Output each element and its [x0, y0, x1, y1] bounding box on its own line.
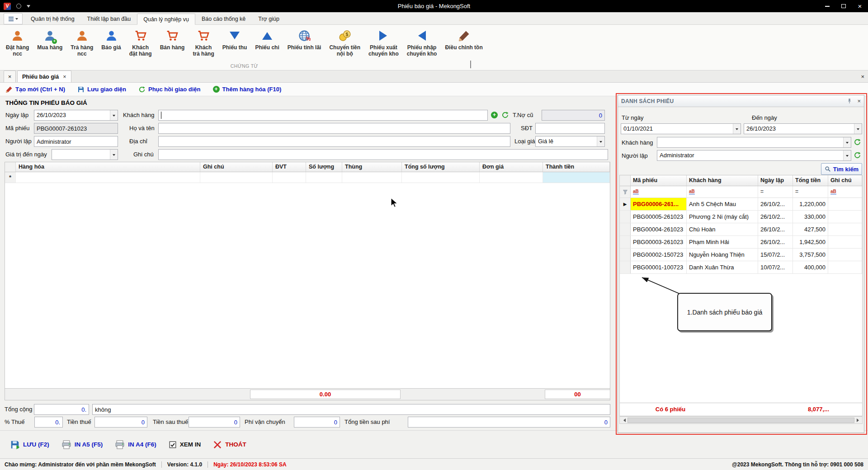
cell-khach-hang[interactable]: Phương 2 Ni (máy cắt) [687, 211, 758, 223]
dropdown-button[interactable] [597, 136, 604, 146]
focused-cell[interactable] [543, 172, 610, 183]
quick-access-dropdown-icon[interactable] [27, 5, 30, 9]
tim-kiem-button[interactable]: Tìm kiếm [821, 163, 862, 175]
add-item-button[interactable]: + Thêm hàng hóa (F10) [213, 86, 282, 93]
ghi-chu-input[interactable] [158, 149, 608, 160]
column-header-dvt[interactable]: ĐVT [273, 162, 306, 172]
filter-cell-ngay-lap[interactable]: = [758, 186, 793, 197]
ribbon-button-phieu-chi[interactable]: Phiếu chi [251, 26, 283, 63]
column-header-khach-hang[interactable]: Khách hàng [687, 175, 758, 186]
column-header-thanh-tien[interactable]: Thành tiền [543, 162, 610, 172]
new-row-cell[interactable] [273, 172, 306, 183]
cell-ma-phieu[interactable]: PBG00005-261023 [631, 211, 687, 223]
ribbon-button-khach-dat-hang[interactable]: Khách đặt hàng [125, 26, 156, 63]
tong-tien-sau-phi-input[interactable] [408, 417, 610, 428]
cell-ma-phieu[interactable]: PBG00002-150723 [631, 249, 687, 261]
phi-van-chuyen-input[interactable] [294, 417, 340, 428]
grid-empty-area[interactable] [5, 183, 610, 388]
ribbon-button-phieu-xuat-chuyen-kho[interactable]: Phiếu xuất chuyển kho [364, 26, 403, 63]
dropdown-button[interactable] [854, 124, 862, 134]
table-row[interactable]: PBG00002-150723 Nguyễn Hoàng Thiện 15/07… [620, 249, 862, 261]
cell-tong-tien[interactable]: 400,000 [793, 261, 828, 273]
cell-ghi-chu[interactable] [828, 236, 862, 248]
cell-tong-tien[interactable]: 1,942,500 [793, 236, 828, 248]
table-row[interactable]: PBG00003-261023 Phạm Minh Hải 26/10/2...… [620, 236, 862, 249]
refresh-customer-button[interactable] [501, 111, 509, 120]
tab-close-icon[interactable]: × [63, 74, 66, 80]
panel-close-icon[interactable]: × [857, 98, 861, 104]
ngay-lap-combo[interactable]: 26/10/2023 [34, 110, 118, 121]
cell-ngay-lap[interactable]: 26/10/2... [758, 211, 793, 223]
ribbon-button-mua-hang[interactable]: + Mua hàng [33, 26, 66, 63]
tien-sau-thue-input[interactable] [189, 417, 240, 428]
save-layout-button[interactable]: Lưu giao diện [77, 86, 126, 93]
ho-va-ten-input[interactable] [158, 123, 510, 134]
column-header-ghi-chu[interactable]: Ghi chú [200, 162, 273, 172]
cell-khach-hang[interactable]: Nguyễn Hoàng Thiện [687, 249, 758, 261]
cell-ghi-chu[interactable] [828, 211, 862, 223]
cell-ghi-chu[interactable] [828, 249, 862, 261]
dropdown-button[interactable] [843, 150, 851, 160]
column-header-don-gia[interactable]: Đơn giá [480, 162, 543, 172]
cell-ma-phieu[interactable]: PBG00004-261023 [631, 223, 687, 235]
filter-cell-tong-tien[interactable]: = [793, 186, 828, 197]
cell-ma-phieu[interactable]: PBG00003-261023 [631, 236, 687, 248]
gia-tri-den-ngay-combo[interactable] [52, 149, 118, 160]
den-ngay-combo[interactable]: 26/10/2023 [744, 123, 862, 134]
in-a4-button[interactable]: IN A4 (F6) [115, 440, 156, 450]
cell-khach-hang[interactable]: Danh Xuân Thừa [687, 261, 758, 273]
quick-access-circle-icon[interactable] [16, 4, 21, 9]
thoat-button[interactable]: THOÁT [213, 440, 246, 449]
panel-nguoi-lap-combo[interactable]: Administrator [657, 150, 851, 161]
cell-ma-phieu[interactable]: PBG00001-100723 [631, 261, 687, 273]
tab-bao-cao-thong-ke[interactable]: Báo cáo thống kê [195, 13, 252, 24]
tab-bar-close-button[interactable]: × [861, 73, 864, 80]
tu-ngay-combo[interactable]: 01/10/2021 [621, 123, 741, 134]
cell-ngay-lap[interactable]: 15/07/2... [758, 249, 793, 261]
scroll-right-button[interactable] [855, 417, 862, 423]
column-header-ngay-lap[interactable]: Ngày lập [758, 175, 793, 186]
horizontal-scrollbar[interactable] [619, 416, 863, 424]
ribbon-button-dat-hang-ncc[interactable]: Đặt hàng ncc [2, 26, 33, 63]
scroll-left-button[interactable] [620, 417, 627, 423]
khach-hang-input[interactable] [158, 110, 488, 121]
refresh-user-list-button[interactable] [854, 151, 861, 160]
pin-icon[interactable] [846, 98, 853, 104]
new-row-cell[interactable] [200, 172, 273, 183]
column-header-tong-so-luong[interactable]: Tổng số lượng [402, 162, 480, 172]
tab-phieu-bao-gia[interactable]: Phiếu báo giá × [17, 70, 71, 82]
new-row-cell[interactable] [342, 172, 402, 183]
ribbon-button-chuyen-tien-noi-bo[interactable]: Chuyển tiền nội bộ [325, 26, 364, 63]
sdt-input[interactable] [535, 123, 605, 134]
close-button[interactable]: × [852, 0, 868, 12]
nguoi-lap-input[interactable] [34, 136, 118, 147]
scrollbar-thumb[interactable] [627, 418, 854, 423]
tab-thiet-lap-ban-dau[interactable]: Thiết lập ban đầu [81, 13, 137, 24]
table-row[interactable]: ▶ PBG00006-261... Anh 5 Chệch Mau 26/10/… [620, 198, 862, 211]
ribbon-button-bao-gia[interactable]: Báo giá [97, 26, 125, 63]
add-customer-button[interactable]: + [491, 112, 498, 118]
column-header-ghi-chu[interactable]: Ghi chú [828, 175, 862, 186]
column-header-thung[interactable]: Thùng [342, 162, 402, 172]
loai-gia-combo[interactable]: Giá lẻ [535, 136, 605, 147]
tab-quan-ly-nghiep-vu[interactable]: Quản lý nghiệp vụ [137, 14, 195, 25]
dia-chi-input[interactable] [158, 136, 510, 147]
column-header-hang-hoa[interactable]: Hàng hóa [16, 162, 200, 172]
tong-cong-input[interactable] [34, 404, 89, 415]
xem-in-button[interactable]: XEM IN [169, 441, 201, 449]
cell-ghi-chu[interactable] [828, 261, 862, 273]
ribbon-button-tra-hang-ncc[interactable]: Trả hàng ncc [66, 26, 97, 63]
create-new-button[interactable]: Tạo mới (Ctrl + N) [5, 86, 65, 93]
tab-close-button[interactable]: × [4, 70, 16, 82]
application-menu-button[interactable] [4, 13, 23, 24]
cell-khach-hang[interactable]: Anh 5 Chệch Mau [687, 198, 758, 210]
new-row-cell[interactable] [306, 172, 342, 183]
ribbon-button-phieu-nhap-chuyen-kho[interactable]: Phiếu nhập chuyển kho [403, 26, 441, 63]
cell-tong-tien[interactable]: 330,000 [793, 211, 828, 223]
cell-khach-hang[interactable]: Phạm Minh Hải [687, 236, 758, 248]
tab-tro-giup[interactable]: Trợ giúp [252, 13, 286, 24]
dropdown-button[interactable] [110, 110, 118, 120]
new-row-cell[interactable] [16, 172, 200, 183]
cell-tong-tien[interactable]: 427,500 [793, 223, 828, 235]
column-header-tong-tien[interactable]: Tổng tiền [793, 175, 828, 186]
